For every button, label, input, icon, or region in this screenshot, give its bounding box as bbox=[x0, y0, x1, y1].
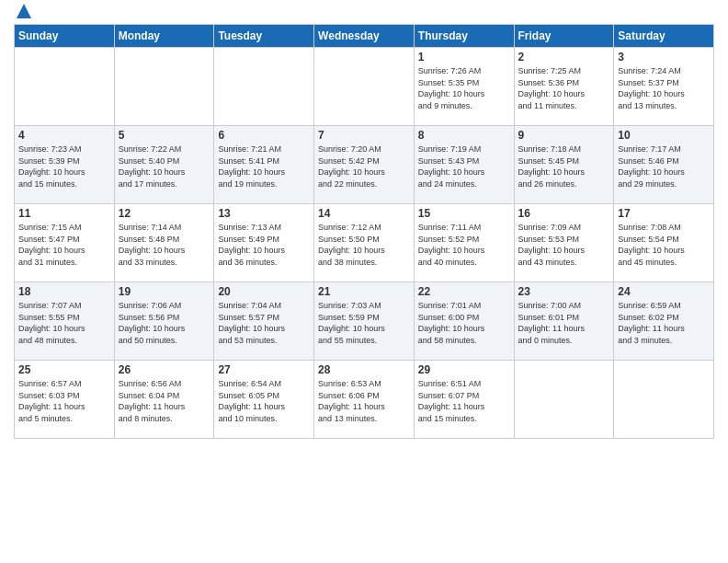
calendar-cell: 2Sunrise: 7:25 AM Sunset: 5:36 PM Daylig… bbox=[514, 48, 614, 126]
calendar-week-row: 25Sunrise: 6:57 AM Sunset: 6:03 PM Dayli… bbox=[15, 361, 714, 439]
calendar-cell: 21Sunrise: 7:03 AM Sunset: 5:59 PM Dayli… bbox=[314, 282, 415, 361]
day-number: 19 bbox=[119, 285, 210, 298]
calendar-week-row: 18Sunrise: 7:07 AM Sunset: 5:55 PM Dayli… bbox=[15, 282, 714, 361]
calendar-cell: 3Sunrise: 7:24 AM Sunset: 5:37 PM Daylig… bbox=[614, 48, 714, 126]
weekday-header: Monday bbox=[114, 25, 214, 48]
calendar-cell bbox=[314, 48, 415, 126]
calendar-cell: 7Sunrise: 7:20 AM Sunset: 5:42 PM Daylig… bbox=[314, 126, 415, 204]
day-number: 2 bbox=[518, 51, 610, 63]
calendar-cell bbox=[514, 361, 614, 439]
calendar-cell bbox=[15, 48, 115, 126]
day-info: Sunrise: 7:18 AM Sunset: 5:45 PM Dayligh… bbox=[518, 144, 610, 190]
calendar-header-row: SundayMondayTuesdayWednesdayThursdayFrid… bbox=[15, 25, 714, 48]
calendar-cell: 9Sunrise: 7:18 AM Sunset: 5:45 PM Daylig… bbox=[514, 126, 614, 204]
calendar-cell: 16Sunrise: 7:09 AM Sunset: 5:53 PM Dayli… bbox=[514, 204, 614, 282]
day-info: Sunrise: 7:04 AM Sunset: 5:57 PM Dayligh… bbox=[218, 300, 310, 346]
day-info: Sunrise: 7:26 AM Sunset: 5:35 PM Dayligh… bbox=[418, 65, 510, 111]
day-number: 16 bbox=[518, 207, 610, 220]
day-number: 18 bbox=[18, 285, 110, 298]
calendar-cell: 1Sunrise: 7:26 AM Sunset: 5:35 PM Daylig… bbox=[414, 48, 514, 126]
weekday-header: Saturday bbox=[614, 25, 714, 48]
day-number: 28 bbox=[318, 363, 410, 376]
day-info: Sunrise: 7:09 AM Sunset: 5:53 PM Dayligh… bbox=[518, 222, 610, 268]
day-number: 21 bbox=[318, 285, 410, 298]
calendar-cell: 23Sunrise: 7:00 AM Sunset: 6:01 PM Dayli… bbox=[514, 282, 614, 361]
day-info: Sunrise: 7:17 AM Sunset: 5:46 PM Dayligh… bbox=[618, 144, 710, 190]
calendar-cell: 17Sunrise: 7:08 AM Sunset: 5:54 PM Dayli… bbox=[614, 204, 714, 282]
day-number: 29 bbox=[418, 363, 510, 376]
day-info: Sunrise: 6:51 AM Sunset: 6:07 PM Dayligh… bbox=[418, 378, 510, 424]
calendar-cell: 4Sunrise: 7:23 AM Sunset: 5:39 PM Daylig… bbox=[15, 126, 115, 204]
calendar-cell: 13Sunrise: 7:13 AM Sunset: 5:49 PM Dayli… bbox=[214, 204, 314, 282]
calendar-cell: 29Sunrise: 6:51 AM Sunset: 6:07 PM Dayli… bbox=[414, 361, 514, 439]
day-number: 7 bbox=[318, 129, 410, 142]
day-info: Sunrise: 7:01 AM Sunset: 6:00 PM Dayligh… bbox=[418, 300, 510, 346]
day-number: 25 bbox=[18, 363, 110, 376]
svg-marker-0 bbox=[17, 4, 31, 18]
day-info: Sunrise: 7:11 AM Sunset: 5:52 PM Dayligh… bbox=[418, 222, 510, 268]
day-number: 13 bbox=[218, 207, 310, 220]
day-info: Sunrise: 6:53 AM Sunset: 6:06 PM Dayligh… bbox=[318, 378, 410, 424]
day-info: Sunrise: 6:59 AM Sunset: 6:02 PM Dayligh… bbox=[618, 300, 710, 346]
day-number: 26 bbox=[119, 363, 210, 376]
calendar-cell bbox=[114, 48, 214, 126]
day-number: 4 bbox=[18, 129, 110, 142]
day-info: Sunrise: 6:54 AM Sunset: 6:05 PM Dayligh… bbox=[218, 378, 310, 424]
logo-icon bbox=[15, 2, 33, 20]
calendar-cell: 22Sunrise: 7:01 AM Sunset: 6:00 PM Dayli… bbox=[414, 282, 514, 361]
day-info: Sunrise: 7:03 AM Sunset: 5:59 PM Dayligh… bbox=[318, 300, 410, 346]
day-info: Sunrise: 7:23 AM Sunset: 5:39 PM Dayligh… bbox=[18, 144, 110, 190]
calendar-cell: 5Sunrise: 7:22 AM Sunset: 5:40 PM Daylig… bbox=[114, 126, 214, 204]
day-info: Sunrise: 7:22 AM Sunset: 5:40 PM Dayligh… bbox=[119, 144, 210, 190]
day-number: 24 bbox=[618, 285, 710, 298]
calendar-cell: 11Sunrise: 7:15 AM Sunset: 5:47 PM Dayli… bbox=[15, 204, 115, 282]
header bbox=[14, 9, 714, 17]
page: SundayMondayTuesdayWednesdayThursdayFrid… bbox=[0, 0, 728, 563]
day-number: 12 bbox=[119, 207, 210, 220]
day-number: 6 bbox=[218, 129, 310, 142]
calendar-cell: 20Sunrise: 7:04 AM Sunset: 5:57 PM Dayli… bbox=[214, 282, 314, 361]
day-info: Sunrise: 7:06 AM Sunset: 5:56 PM Dayligh… bbox=[119, 300, 210, 346]
calendar-cell bbox=[614, 361, 714, 439]
calendar-cell: 28Sunrise: 6:53 AM Sunset: 6:06 PM Dayli… bbox=[314, 361, 415, 439]
calendar-cell: 15Sunrise: 7:11 AM Sunset: 5:52 PM Dayli… bbox=[414, 204, 514, 282]
day-number: 22 bbox=[418, 285, 510, 298]
weekday-header: Sunday bbox=[15, 25, 115, 48]
calendar-week-row: 4Sunrise: 7:23 AM Sunset: 5:39 PM Daylig… bbox=[15, 126, 714, 204]
day-number: 5 bbox=[119, 129, 210, 142]
calendar-cell: 10Sunrise: 7:17 AM Sunset: 5:46 PM Dayli… bbox=[614, 126, 714, 204]
calendar-week-row: 1Sunrise: 7:26 AM Sunset: 5:35 PM Daylig… bbox=[15, 48, 714, 126]
day-info: Sunrise: 7:19 AM Sunset: 5:43 PM Dayligh… bbox=[418, 144, 510, 190]
day-number: 15 bbox=[418, 207, 510, 220]
day-number: 17 bbox=[618, 207, 710, 220]
day-info: Sunrise: 7:24 AM Sunset: 5:37 PM Dayligh… bbox=[618, 65, 710, 111]
calendar: SundayMondayTuesdayWednesdayThursdayFrid… bbox=[14, 24, 714, 439]
calendar-cell: 14Sunrise: 7:12 AM Sunset: 5:50 PM Dayli… bbox=[314, 204, 415, 282]
calendar-cell: 19Sunrise: 7:06 AM Sunset: 5:56 PM Dayli… bbox=[114, 282, 214, 361]
day-number: 10 bbox=[618, 129, 710, 142]
logo bbox=[14, 9, 33, 17]
calendar-cell: 26Sunrise: 6:56 AM Sunset: 6:04 PM Dayli… bbox=[114, 361, 214, 439]
day-number: 14 bbox=[318, 207, 410, 220]
day-number: 8 bbox=[418, 129, 510, 142]
day-number: 1 bbox=[418, 51, 510, 63]
day-number: 20 bbox=[218, 285, 310, 298]
calendar-cell: 8Sunrise: 7:19 AM Sunset: 5:43 PM Daylig… bbox=[414, 126, 514, 204]
day-number: 27 bbox=[218, 363, 310, 376]
day-number: 9 bbox=[518, 129, 610, 142]
day-info: Sunrise: 7:20 AM Sunset: 5:42 PM Dayligh… bbox=[318, 144, 410, 190]
day-info: Sunrise: 7:13 AM Sunset: 5:49 PM Dayligh… bbox=[218, 222, 310, 268]
day-number: 23 bbox=[518, 285, 610, 298]
calendar-cell: 27Sunrise: 6:54 AM Sunset: 6:05 PM Dayli… bbox=[214, 361, 314, 439]
day-number: 3 bbox=[618, 51, 710, 63]
weekday-header: Tuesday bbox=[214, 25, 314, 48]
calendar-cell: 18Sunrise: 7:07 AM Sunset: 5:55 PM Dayli… bbox=[15, 282, 115, 361]
day-info: Sunrise: 6:56 AM Sunset: 6:04 PM Dayligh… bbox=[119, 378, 210, 424]
day-info: Sunrise: 7:00 AM Sunset: 6:01 PM Dayligh… bbox=[518, 300, 610, 346]
day-info: Sunrise: 7:15 AM Sunset: 5:47 PM Dayligh… bbox=[18, 222, 110, 268]
day-info: Sunrise: 7:08 AM Sunset: 5:54 PM Dayligh… bbox=[618, 222, 710, 268]
weekday-header: Thursday bbox=[414, 25, 514, 48]
day-info: Sunrise: 7:12 AM Sunset: 5:50 PM Dayligh… bbox=[318, 222, 410, 268]
day-info: Sunrise: 7:25 AM Sunset: 5:36 PM Dayligh… bbox=[518, 65, 610, 111]
day-info: Sunrise: 7:21 AM Sunset: 5:41 PM Dayligh… bbox=[218, 144, 310, 190]
